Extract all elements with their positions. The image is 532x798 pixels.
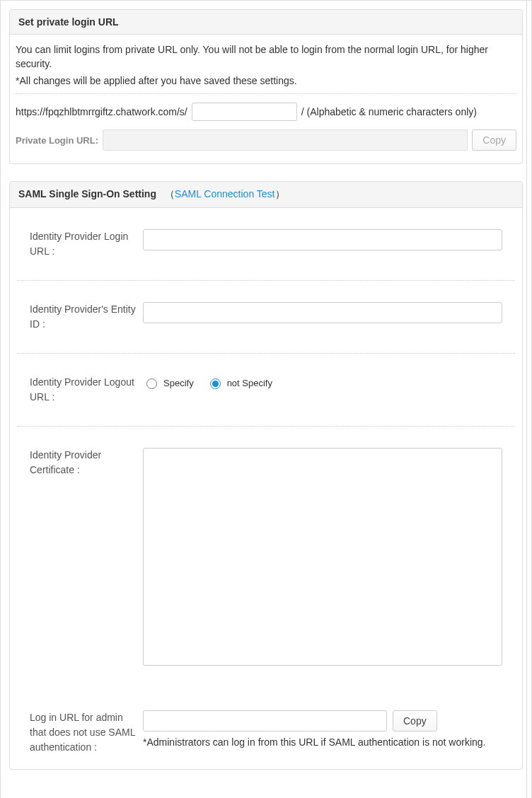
specify-text: Specify — [163, 378, 194, 388]
not-specify-radio[interactable] — [210, 378, 221, 389]
saml-sso-panel: SAML Single Sign-On Setting （SAML Connec… — [9, 181, 523, 770]
private-url-slug-input[interactable] — [192, 103, 297, 121]
idp-certificate-textarea[interactable] — [143, 448, 502, 666]
saml-sso-title: SAML Single Sign-On Setting — [18, 188, 156, 200]
not-specify-text: not Specify — [227, 378, 272, 388]
admin-login-row: Log in URL for admin that does not use S… — [17, 710, 515, 762]
entity-id-row: Identity Provider's Entity ID : — [17, 302, 515, 354]
private-login-url-display — [103, 129, 468, 151]
copy-private-url-button[interactable]: Copy — [472, 129, 516, 151]
private-url-row: https://fpqzhlbtmrrgiftz.chatwork.com/s/… — [16, 103, 516, 121]
specify-radio[interactable] — [146, 378, 157, 389]
entity-id-label: Identity Provider's Entity ID : — [30, 302, 143, 332]
url-prefix-text: https://fpqzhlbtmrrgiftz.chatwork.com/s/ — [16, 106, 187, 117]
divider — [16, 93, 516, 94]
saml-sso-header: SAML Single Sign-On Setting （SAML Connec… — [10, 182, 522, 208]
logout-url-radio-group: Specify not Specify — [143, 375, 502, 389]
private-login-url-label: Private Login URL: — [16, 135, 98, 146]
admin-login-label: Log in URL for admin that does not use S… — [30, 710, 143, 755]
logout-url-label: Identity Provider Logout URL : — [30, 375, 143, 405]
idp-login-url-input[interactable] — [143, 229, 502, 250]
idp-login-label: Identity Provider Login URL : — [30, 229, 143, 259]
idp-entity-id-input[interactable] — [143, 302, 502, 323]
private-login-panel: Set private login URL You can limit logi… — [9, 9, 523, 164]
private-login-description: You can limit logins from private URL on… — [16, 43, 516, 71]
url-suffix-text: / (Alphabetic & numeric characters only) — [301, 106, 477, 117]
certificate-label: Identity Provider Certificate : — [30, 448, 143, 478]
logout-url-row: Identity Provider Logout URL : Specify n… — [17, 375, 515, 427]
copy-admin-url-button[interactable]: Copy — [393, 710, 437, 732]
not-specify-radio-label[interactable]: not Specify — [207, 376, 272, 389]
admin-login-url-input[interactable] — [143, 710, 387, 732]
idp-login-row: Identity Provider Login URL : — [17, 229, 515, 281]
certificate-row: Identity Provider Certificate : — [17, 448, 515, 696]
specify-radio-label[interactable]: Specify — [143, 376, 194, 389]
private-login-display-row: Private Login URL: Copy — [16, 129, 516, 151]
admin-login-note: *Administrators can log in from this URL… — [143, 736, 502, 750]
saml-link-wrapper: （SAML Connection Test） — [165, 188, 285, 200]
private-login-header: Set private login URL — [10, 10, 522, 35]
private-login-note: *All changes will be applied after you h… — [16, 75, 516, 86]
saml-connection-test-link[interactable]: SAML Connection Test — [175, 188, 275, 200]
